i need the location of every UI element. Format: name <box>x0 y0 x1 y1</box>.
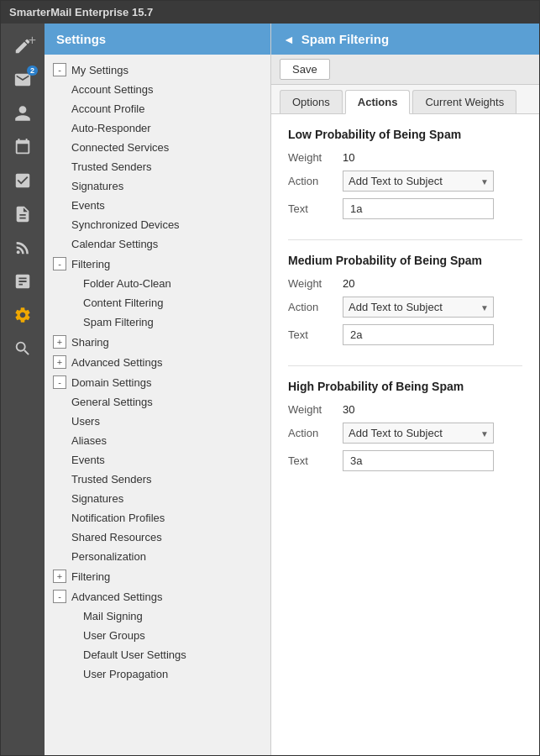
sidebar-item-users[interactable]: Users <box>45 412 270 431</box>
high-action-select[interactable]: Add Text to Subject Move to Junk E-Mail … <box>343 423 494 444</box>
settings-button[interactable] <box>6 299 39 331</box>
app-title: SmarterMail Enterprise 15.7 <box>9 6 153 18</box>
domain-settings-toggle[interactable]: - <box>53 375 66 389</box>
sidebar-item-spam-filtering[interactable]: Spam Filtering <box>45 312 270 332</box>
sidebar-item-synchronized-devices[interactable]: Synchronized Devices <box>45 215 270 234</box>
mail-button[interactable]: 2 <box>6 64 39 96</box>
low-weight-row: Weight 10 <box>288 151 522 164</box>
sidebar-item-general-settings[interactable]: General Settings <box>45 392 270 412</box>
sidebar-item-aliases[interactable]: Aliases <box>45 431 270 450</box>
low-weight-label: Weight <box>288 151 343 164</box>
sidebar-item-trusted-senders[interactable]: Trusted Senders <box>45 157 270 176</box>
reports-button[interactable] <box>6 265 39 297</box>
low-action-select[interactable]: Add Text to Subject Move to Junk E-Mail … <box>343 171 494 192</box>
sidebar-item-shared-resources[interactable]: Shared Resources <box>45 528 270 547</box>
sidebar-item-notification-profiles[interactable]: Notification Profiles <box>45 508 270 528</box>
sidebar-group-filtering[interactable]: - Filtering <box>45 254 270 274</box>
medium-weight-row: Weight 20 <box>288 277 522 290</box>
my-settings-label: My Settings <box>71 64 128 76</box>
sharing-toggle[interactable]: + <box>53 335 66 349</box>
main-content: ◄ Spam Filtering Save Options Actions Cu… <box>271 24 539 755</box>
save-button[interactable]: Save <box>280 59 330 80</box>
spam-filter-header-icon: ◄ <box>283 33 295 46</box>
content-body: Low Probability of Being Spam Weight 10 … <box>271 114 539 755</box>
sidebar-item-domain-events[interactable]: Events <box>45 450 270 470</box>
sidebar-item-user-propagation[interactable]: User Propagation <box>45 664 270 684</box>
sidebar-item-connected-services[interactable]: Connected Services <box>45 138 270 157</box>
search-button[interactable] <box>6 333 39 365</box>
medium-weight-value: 20 <box>343 277 354 290</box>
tabs-row: Options Actions Current Weights <box>271 85 539 114</box>
sidebar-item-content-filtering[interactable]: Content Filtering <box>45 293 270 312</box>
medium-text-row: Text <box>288 324 522 345</box>
advanced-settings-label: Advanced Settings <box>71 356 162 369</box>
contacts-button[interactable] <box>6 97 39 129</box>
sidebar-tree: - My Settings Account Settings Account P… <box>45 55 270 689</box>
medium-weight-label: Weight <box>288 277 343 290</box>
low-text-label: Text <box>288 202 343 215</box>
high-weight-label: Weight <box>288 403 343 416</box>
my-settings-toggle[interactable]: - <box>53 63 66 76</box>
medium-probability-title: Medium Probability of Being Spam <box>288 254 522 267</box>
sidebar-item-user-groups[interactable]: User Groups <box>45 626 270 645</box>
high-weight-row: Weight 30 <box>288 403 522 416</box>
tab-options[interactable]: Options <box>280 90 343 113</box>
sidebar-item-mail-signing[interactable]: Mail Signing <box>45 606 270 626</box>
filtering-toggle[interactable]: - <box>53 257 66 270</box>
low-text-input[interactable] <box>343 198 494 219</box>
sidebar-item-calendar-settings[interactable]: Calendar Settings <box>45 234 270 254</box>
sidebar-item-events[interactable]: Events <box>45 196 270 215</box>
sidebar-item-signatures[interactable]: Signatures <box>45 176 270 196</box>
divider-1 <box>288 239 522 240</box>
tasks-button[interactable] <box>6 165 39 197</box>
sharing-label: Sharing <box>71 336 109 349</box>
content-title: Spam Filtering <box>301 32 389 46</box>
high-action-select-wrapper: Add Text to Subject Move to Junk E-Mail … <box>343 423 494 444</box>
advanced-settings-toggle[interactable]: + <box>53 355 66 369</box>
notes-button[interactable] <box>6 198 39 230</box>
sidebar-item-personalization[interactable]: Personalization <box>45 547 270 566</box>
sidebar-group-advanced-settings[interactable]: + Advanced Settings <box>45 352 270 372</box>
sidebar-group-sharing[interactable]: + Sharing <box>45 332 270 352</box>
medium-action-label: Action <box>288 301 343 313</box>
high-text-row: Text <box>288 450 522 471</box>
calendar-button[interactable] <box>6 131 39 163</box>
sidebar-header: Settings <box>45 24 270 55</box>
high-text-input[interactable] <box>343 450 494 471</box>
medium-text-label: Text <box>288 328 343 341</box>
sidebar-group-domain-settings[interactable]: - Domain Settings <box>45 372 270 392</box>
medium-action-row: Action Add Text to Subject Move to Junk … <box>288 297 522 318</box>
mail-badge: 2 <box>27 66 38 76</box>
low-weight-value: 10 <box>343 151 354 164</box>
medium-action-select[interactable]: Add Text to Subject Move to Junk E-Mail … <box>343 297 494 318</box>
sidebar-item-folder-auto-clean[interactable]: Folder Auto-Clean <box>45 274 270 293</box>
sidebar-group-domain-filtering[interactable]: + Filtering <box>45 566 270 586</box>
sidebar-item-domain-signatures[interactable]: Signatures <box>45 489 270 508</box>
toolbar: Save <box>271 55 539 85</box>
high-weight-value: 30 <box>343 403 354 416</box>
medium-probability-section: Medium Probability of Being Spam Weight … <box>288 254 522 345</box>
sidebar-item-default-user-settings[interactable]: Default User Settings <box>45 645 270 664</box>
tab-current-weights[interactable]: Current Weights <box>412 90 516 113</box>
sidebar-group-my-settings[interactable]: - My Settings <box>45 60 270 80</box>
tab-actions[interactable]: Actions <box>345 90 411 114</box>
medium-text-input[interactable] <box>343 324 494 345</box>
domain-filtering-toggle[interactable]: + <box>53 570 66 583</box>
high-probability-section: High Probability of Being Spam Weight 30… <box>288 380 522 471</box>
low-probability-section: Low Probability of Being Spam Weight 10 … <box>288 128 522 219</box>
sidebar-item-account-settings[interactable]: Account Settings <box>45 80 270 99</box>
medium-action-select-wrapper: Add Text to Subject Move to Junk E-Mail … <box>343 297 494 318</box>
main-layout: + 2 <box>1 24 539 755</box>
sidebar-item-account-profile[interactable]: Account Profile <box>45 99 270 118</box>
sidebar-item-domain-trusted-senders[interactable]: Trusted Senders <box>45 470 270 489</box>
high-probability-title: High Probability of Being Spam <box>288 380 522 393</box>
high-action-label: Action <box>288 427 343 439</box>
filtering-label: Filtering <box>71 258 110 270</box>
domain-advanced-toggle[interactable]: - <box>53 590 66 603</box>
rss-button[interactable] <box>6 232 39 264</box>
app-window: SmarterMail Enterprise 15.7 + 2 <box>0 0 540 756</box>
compose-button[interactable]: + <box>6 30 39 62</box>
sidebar-group-domain-advanced[interactable]: - Advanced Settings <box>45 586 270 606</box>
high-text-label: Text <box>288 454 343 467</box>
sidebar-item-auto-responder[interactable]: Auto-Responder <box>45 118 270 138</box>
